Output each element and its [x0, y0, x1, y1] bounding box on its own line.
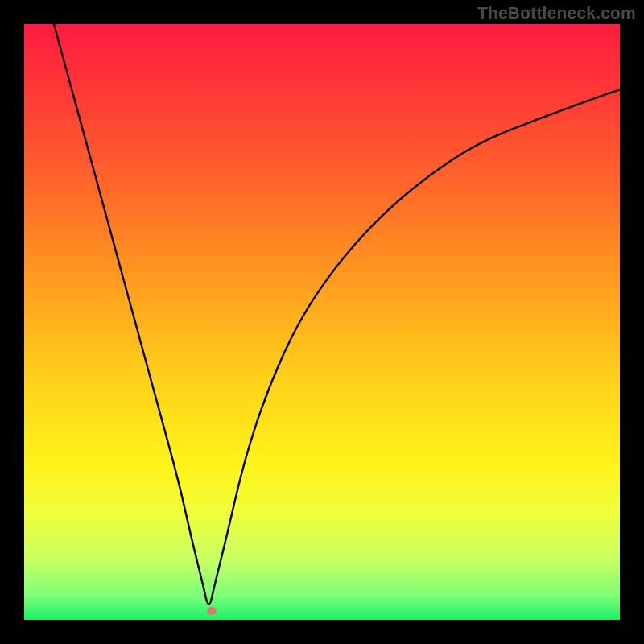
bottleneck-curve [54, 24, 620, 605]
watermark-text: TheBottleneck.com [477, 3, 636, 23]
chart-frame: TheBottleneck.com [0, 0, 644, 644]
plot-area [24, 24, 620, 620]
vertex-marker [207, 607, 217, 615]
curve-layer [24, 24, 620, 620]
